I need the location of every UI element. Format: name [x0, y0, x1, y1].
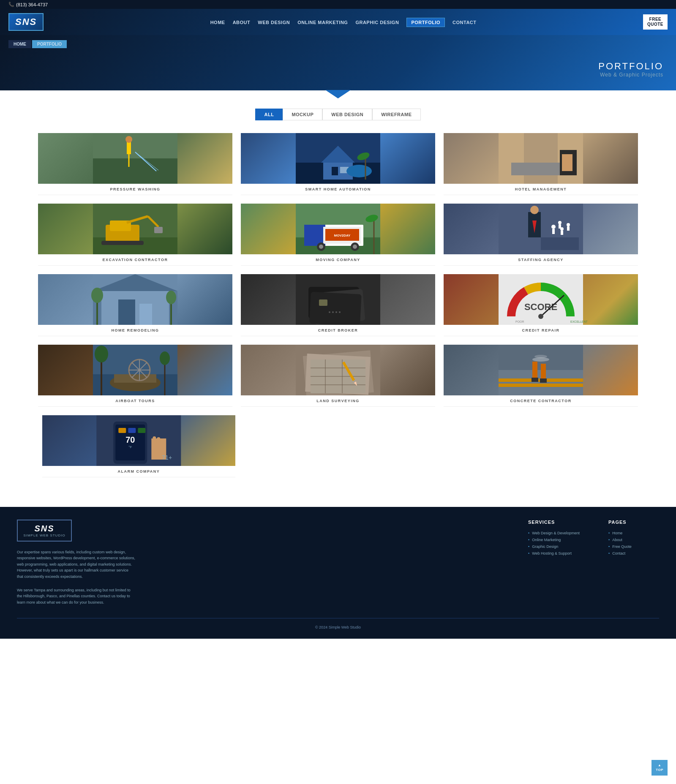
- footer-page-contact[interactable]: Contact: [608, 550, 659, 557]
- filter-all[interactable]: ALL: [255, 109, 283, 120]
- portfolio-label-moving: MOVING COMPANY: [241, 258, 435, 266]
- filter-mockup[interactable]: MOCKUP: [283, 109, 322, 120]
- svg-point-73: [329, 311, 330, 313]
- svg-rect-18: [499, 133, 524, 184]
- nav-about[interactable]: ABOUT: [233, 19, 251, 25]
- nav-graphic-design[interactable]: GRAPHIC DESIGN: [355, 19, 399, 25]
- footer-logo-text: SNS: [34, 524, 54, 534]
- filter-wireframe[interactable]: WIREFRAME: [372, 109, 420, 120]
- footer-page-quote[interactable]: Free Quote: [608, 543, 659, 550]
- portfolio-thumb-remodeling: [38, 274, 232, 325]
- svg-point-47: [530, 206, 539, 214]
- footer-service-3[interactable]: Graphic Design: [528, 543, 596, 550]
- portfolio-item-moving[interactable]: MOV2DAY MOVING COMPANY: [237, 199, 439, 270]
- svg-text:SCORE: SCORE: [524, 302, 557, 312]
- portfolio-label-hotel: HOTEL MANAGEMENT: [444, 187, 638, 195]
- breadcrumb-home[interactable]: HOME: [8, 40, 31, 48]
- chevron-divider: [0, 90, 676, 98]
- portfolio-item-hotel[interactable]: HOTEL MANAGEMENT: [439, 129, 642, 199]
- portfolio-item-concrete[interactable]: CONCRETE CONTRACTOR: [439, 340, 642, 411]
- svg-text:71+: 71+: [162, 454, 172, 461]
- portfolio-item-staffing[interactable]: STAFFING AGENCY: [439, 199, 642, 270]
- svg-rect-127: [157, 437, 160, 445]
- hero-section: HOME PORTFOLIO PORTFOLIO Web & Graphic P…: [0, 35, 676, 90]
- portfolio-item-alarm[interactable]: 70 °F 71+ ALARM COMPANY: [38, 411, 240, 482]
- portfolio-grid-last-row: 70 °F 71+ ALARM COMPANY: [34, 411, 642, 482]
- footer-service-4[interactable]: Web Hosting & Support: [528, 550, 596, 557]
- phone-icon: 📞: [8, 2, 14, 7]
- svg-rect-128: [161, 438, 164, 445]
- footer-region: We serve Tampa and surrounding areas, in…: [17, 587, 135, 605]
- portfolio-label-credit-repair: CREDIT REPAIR: [444, 328, 638, 336]
- portfolio-item-airboat[interactable]: AIRBOAT TOURS: [34, 340, 237, 411]
- footer-pages: PAGES Home About Free Quote Contact: [608, 520, 659, 605]
- nav-portfolio[interactable]: PORTFOLIO: [406, 19, 445, 25]
- svg-rect-54: [559, 224, 561, 229]
- svg-point-3: [125, 136, 132, 143]
- svg-point-14: [346, 165, 372, 177]
- free-quote-button[interactable]: FREEQUOTE: [643, 14, 668, 30]
- svg-text:EXCELLENT: EXCELLENT: [570, 320, 588, 323]
- portfolio-item-land[interactable]: LAND SURVEYING: [237, 340, 439, 411]
- top-bar: 📞 (813) 364-4737: [0, 0, 676, 9]
- footer-services-list: Web Design & Development Online Marketin…: [528, 530, 596, 557]
- svg-text:MOV2DAY: MOV2DAY: [334, 234, 351, 237]
- svg-point-65: [91, 288, 103, 303]
- svg-text:70: 70: [125, 435, 135, 444]
- svg-rect-50: [552, 229, 555, 234]
- portfolio-thumb-concrete: [444, 345, 638, 395]
- portfolio-label-airboat: AIRBOAT TOURS: [38, 399, 232, 407]
- footer-logo-sub: SIMPLE WEB STUDIO: [23, 534, 65, 537]
- portfolio-item-smart-home[interactable]: SMART HOME AUTOMATION: [237, 129, 439, 199]
- portfolio-item-credit-broker[interactable]: CREDIT BROKER: [237, 270, 439, 340]
- svg-text:°F: °F: [128, 445, 132, 449]
- footer-logo-box: SNS SIMPLE WEB STUDIO: [17, 520, 72, 542]
- nav-bar: SNS HOME ABOUT WEB DESIGN ONLINE MARKETI…: [0, 9, 676, 35]
- page-subtitle: Web & Graphic Projects: [8, 72, 663, 78]
- svg-rect-71: [309, 292, 362, 325]
- nav-online-marketing[interactable]: ONLINE MARKETING: [297, 19, 348, 25]
- breadcrumb: HOME PORTFOLIO: [8, 40, 668, 48]
- portfolio-section: PRESSURE WASHING SM: [0, 129, 676, 498]
- logo[interactable]: SNS: [8, 13, 44, 31]
- nav-contact[interactable]: CONTACT: [452, 19, 476, 25]
- portfolio-thumb-alarm: 70 °F 71+: [42, 415, 235, 466]
- svg-rect-114: [540, 378, 547, 383]
- svg-rect-111: [532, 362, 537, 378]
- portfolio-label-land: LAND SURVEYING: [241, 399, 435, 407]
- portfolio-label-alarm: ALARM COMPANY: [42, 469, 235, 477]
- svg-point-116: [534, 355, 547, 358]
- footer-page-home[interactable]: Home: [608, 530, 659, 536]
- svg-rect-2: [127, 142, 131, 154]
- footer-service-1[interactable]: Web Design & Development: [528, 530, 596, 536]
- portfolio-item-pressure-washing[interactable]: PRESSURE WASHING: [34, 129, 237, 199]
- svg-point-53: [558, 221, 562, 224]
- portfolio-thumb-airboat: [38, 345, 232, 395]
- nav-web-design[interactable]: WEB DESIGN: [258, 19, 290, 25]
- svg-rect-52: [561, 231, 563, 235]
- portfolio-item-remodeling[interactable]: HOME REMODELING: [34, 270, 237, 340]
- footer-grid: SNS SIMPLE WEB STUDIO Our expertise span…: [17, 520, 659, 614]
- filter-tabs: ALL MOCKUP WEB DESIGN WIREFRAME: [0, 98, 676, 129]
- footer: SNS SIMPLE WEB STUDIO Our expertise span…: [0, 507, 676, 639]
- phone-number: (813) 364-4737: [16, 2, 48, 7]
- svg-point-42: [353, 245, 357, 249]
- svg-rect-61: [118, 299, 135, 325]
- footer-spacer: [148, 520, 515, 605]
- footer-services-title: SERVICES: [528, 520, 596, 525]
- svg-point-40: [319, 245, 323, 249]
- svg-rect-124: [138, 428, 145, 433]
- footer-service-2[interactable]: Online Marketing: [528, 536, 596, 543]
- svg-text:POOR: POOR: [515, 320, 524, 323]
- filter-web-design[interactable]: WEB DESIGN: [322, 109, 372, 120]
- footer-page-about[interactable]: About: [608, 536, 659, 543]
- hero-title-area: PORTFOLIO Web & Graphic Projects: [8, 61, 668, 78]
- svg-point-80: [538, 314, 543, 319]
- svg-rect-112: [541, 364, 546, 378]
- portfolio-grid: PRESSURE WASHING SM: [34, 129, 642, 411]
- nav-home[interactable]: HOME: [210, 19, 225, 25]
- portfolio-item-credit-repair[interactable]: SCORE POOR EXCELLENT CREDIT REPAIR: [439, 270, 642, 340]
- svg-rect-122: [118, 428, 126, 433]
- svg-rect-31: [101, 241, 144, 245]
- portfolio-item-excavation[interactable]: EXCAVATION CONTRACTOR: [34, 199, 237, 270]
